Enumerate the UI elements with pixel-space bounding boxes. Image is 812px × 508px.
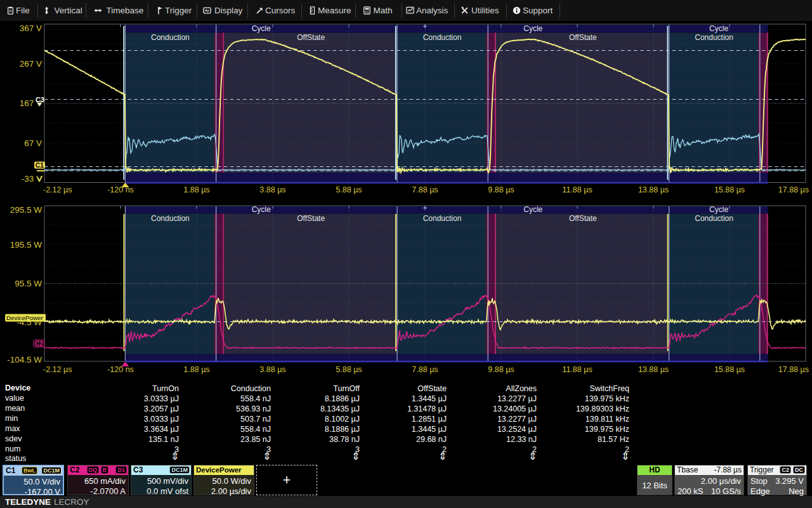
svg-text:Conduction: Conduction [695, 33, 733, 42]
svg-text:15.88 µs: 15.88 µs [714, 185, 745, 194]
svg-text:7.88 µs: 7.88 µs [412, 185, 438, 194]
svg-text:13.88 µs: 13.88 µs [638, 185, 669, 194]
svg-text:1.88 µs: 1.88 µs [183, 365, 209, 374]
svg-text:367 V: 367 V [20, 23, 42, 33]
svg-text:Conduction: Conduction [423, 214, 462, 223]
svg-text:Cycle: Cycle [252, 24, 271, 33]
svg-text:Conduction: Conduction [151, 33, 190, 42]
svg-text:C1: C1 [36, 162, 44, 169]
svg-text:9.88 µs: 9.88 µs [488, 185, 514, 194]
svg-text:DevicePower: DevicePower [6, 314, 43, 321]
svg-text:11.88 µs: 11.88 µs [562, 185, 592, 194]
svg-text:Cycle: Cycle [523, 205, 542, 214]
svg-text:9.88 µs: 9.88 µs [488, 365, 514, 374]
svg-text:295.5 W: 295.5 W [10, 205, 43, 215]
svg-text:-2.12 µs: -2.12 µs [43, 185, 72, 194]
svg-text:Cycle: Cycle [709, 205, 728, 214]
svg-text:OffState: OffState [297, 214, 325, 223]
svg-text:OffState: OffState [569, 33, 597, 42]
svg-text:17.88 µs: 17.88 µs [778, 185, 809, 194]
svg-text:-120 ns: -120 ns [107, 185, 134, 194]
svg-text:Cycle: Cycle [523, 24, 542, 33]
svg-text:Conduction: Conduction [423, 33, 462, 42]
svg-text:Conduction: Conduction [695, 214, 733, 223]
svg-text:95.5 W: 95.5 W [15, 279, 42, 288]
svg-text:67 V: 67 V [24, 138, 42, 148]
svg-text:11.88 µs: 11.88 µs [562, 365, 592, 374]
svg-text:13.88 µs: 13.88 µs [638, 365, 669, 374]
svg-text:3.88 µs: 3.88 µs [259, 365, 285, 374]
svg-text:5.88 µs: 5.88 µs [336, 365, 362, 374]
svg-text:-33 V: -33 V [22, 174, 42, 184]
svg-text:7.88 µs: 7.88 µs [412, 365, 438, 374]
svg-text:-2.12 µs: -2.12 µs [43, 365, 72, 374]
svg-text:OffState: OffState [569, 214, 597, 223]
svg-text:-120 ns: -120 ns [107, 365, 134, 374]
svg-text:C3: C3 [36, 96, 44, 104]
svg-text:1.88 µs: 1.88 µs [183, 185, 209, 194]
svg-text:15.88 µs: 15.88 µs [714, 365, 745, 374]
svg-text:195.5 W: 195.5 W [10, 240, 43, 250]
svg-text:3.88 µs: 3.88 µs [259, 185, 285, 194]
svg-text:OffState: OffState [297, 33, 325, 42]
svg-text:267 V: 267 V [20, 59, 42, 69]
svg-text:Conduction: Conduction [151, 214, 190, 223]
svg-text:17.88 µs: 17.88 µs [778, 365, 809, 374]
svg-text:5.88 µs: 5.88 µs [336, 185, 362, 194]
svg-text:-104.5 W: -104.5 W [7, 355, 42, 364]
svg-text:Cycle: Cycle [252, 205, 271, 214]
svg-text:C2: C2 [35, 340, 43, 347]
svg-text:Cycle: Cycle [709, 24, 728, 33]
